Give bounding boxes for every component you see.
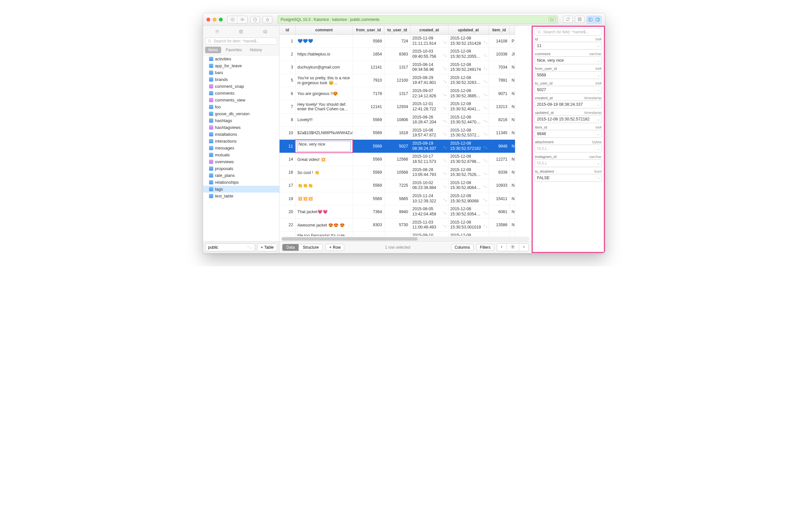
right-panel-toggle[interactable] — [594, 16, 601, 23]
table-row[interactable]: 17👏👏👏556972252015-10-0206:23:38.8842015-… — [279, 179, 515, 192]
cell[interactable]: 5569 — [353, 153, 384, 166]
cell[interactable]: 2015-12-0815:30:52.2055… — [448, 48, 489, 61]
column-header-comment[interactable]: comment — [295, 26, 353, 35]
table-row[interactable]: 10$2a$10$HZLN88PNuWWi4ZuS91Ib8dR98Ijt0kb… — [279, 126, 515, 139]
cell[interactable]: N — [510, 140, 515, 153]
table-row[interactable]: 7Hey lovely! You should def. enter the C… — [279, 100, 515, 113]
sidebar-tab-favorites[interactable]: Favorites — [222, 47, 245, 53]
toggle-visibility-button[interactable] — [237, 16, 247, 23]
cell[interactable]: 6081 — [489, 205, 510, 218]
inspector-search[interactable]: Search for field: ^name$... — [535, 28, 602, 36]
table-row[interactable]: 23Me too Fernanda! It's cute isn't it 😊😘… — [279, 231, 515, 236]
cell[interactable]: 2015-12-0815:30:52.90068 — [448, 192, 489, 205]
sidebar-item-activities[interactable]: activities — [203, 56, 279, 62]
cell[interactable]: 8383 — [384, 48, 410, 61]
cell[interactable]: 7178 — [353, 87, 384, 100]
field-value-input[interactable]: Nice, very nice⌄ — [535, 56, 602, 64]
sidebar-item-bars[interactable]: bars — [203, 69, 279, 76]
columns-button[interactable]: Columns — [451, 244, 474, 251]
prev-page-button[interactable]: ‹ — [497, 244, 507, 251]
cell[interactable]: 2015-09-1016:36:51.392 — [410, 231, 448, 236]
table-row[interactable]: 14Great video! 💥5569125662015-10-1716:52… — [279, 153, 515, 166]
cell[interactable]: 20 — [279, 205, 295, 218]
sidebar-item-proposals[interactable]: proposals — [203, 165, 279, 172]
history-button[interactable] — [250, 16, 260, 23]
field-value-input[interactable]: FALSE⌃⌄ — [535, 174, 602, 182]
connection-path-bar[interactable]: PostgreSQL 10.3 : Katonice : katonice : … — [278, 15, 558, 24]
cell[interactable]: 5730 — [384, 218, 410, 231]
cell[interactable]: P — [510, 35, 515, 48]
cell[interactable]: 7891 — [489, 74, 510, 87]
close-tab-button[interactable] — [228, 16, 237, 23]
sidebar-item-comments_view[interactable]: comments_view — [203, 97, 279, 103]
cell[interactable]: N — [510, 126, 515, 139]
reload-button[interactable] — [563, 16, 573, 23]
cell[interactable]: 2015-12-0112:41:28.722 — [410, 100, 448, 113]
cell[interactable]: 2015-08-2919:47:41.801 — [410, 74, 448, 87]
cell[interactable]: 2015-11-2410:12:39.322 — [410, 192, 448, 205]
cell[interactable]: 2015-08-0513:42:04.459 — [410, 205, 448, 218]
field-value-input[interactable]: 5569⌄ — [535, 71, 602, 79]
sidebar-item-overviews[interactable]: overviews — [203, 158, 279, 165]
horizontal-scrollbar[interactable] — [281, 236, 529, 241]
lock-button[interactable] — [262, 16, 272, 23]
cell[interactable]: 2015-12-0815:30:52.151428 — [448, 35, 489, 48]
sidebar-item-hashtagviews[interactable]: hashtagviews — [203, 124, 279, 131]
cell[interactable]: 23 — [279, 231, 295, 236]
cell[interactable]: 14 — [279, 153, 295, 166]
add-table-button[interactable]: + Table — [257, 244, 277, 251]
cell[interactable]: 1 — [279, 35, 295, 48]
cell-editing[interactable]: Nice, very nice — [295, 140, 353, 153]
cell[interactable]: 8339 — [489, 166, 510, 179]
cell[interactable]: 1654 — [353, 48, 384, 61]
table-row[interactable]: 22Awesome jacket 😍😍 😍830357302015-11-031… — [279, 218, 515, 231]
cell[interactable]: 13213 — [489, 100, 510, 113]
database-mode-icon[interactable] — [236, 28, 246, 36]
structure-tab[interactable]: Structure — [299, 244, 323, 251]
table-row[interactable]: 2https://tableplus.io165483832015-10-030… — [279, 48, 515, 61]
minimize-window-button[interactable] — [213, 18, 217, 21]
cell[interactable]: 7237 — [384, 231, 410, 236]
cell[interactable]: 9071 — [489, 87, 510, 100]
cell[interactable]: 2015-09-1908:38:24.337 — [410, 140, 448, 153]
sidebar-tab-history[interactable]: History — [246, 47, 265, 53]
cell[interactable]: Awesome jacket 😍😍 😍 — [295, 218, 353, 231]
cell[interactable]: N — [510, 231, 515, 236]
cell[interactable]: 12271 — [489, 153, 510, 166]
cell[interactable]: 12141 — [353, 61, 384, 74]
column-header-overflow[interactable] — [510, 26, 515, 35]
zoom-window-button[interactable] — [219, 18, 223, 21]
cell[interactable]: 5 — [279, 74, 295, 87]
cell[interactable]: 2015-12-0815:30:52.572182 — [448, 140, 489, 153]
cell[interactable]: 10338 — [489, 48, 510, 61]
cell[interactable]: 16 — [279, 166, 295, 179]
cell[interactable]: 8216 — [489, 113, 510, 126]
cell[interactable]: N — [510, 179, 515, 192]
cell[interactable]: 724 — [384, 35, 410, 48]
cell[interactable]: 2 — [279, 48, 295, 61]
sidebar-search[interactable]: Search for item: ^name$... — [205, 38, 277, 45]
cell[interactable]: 13586 — [489, 218, 510, 231]
cell[interactable]: 7364 — [353, 205, 384, 218]
cell[interactable]: N — [510, 100, 515, 113]
cell[interactable]: 6 — [279, 87, 295, 100]
field-value-input[interactable]: 5027⌄ — [535, 86, 602, 94]
cell[interactable]: 12566 — [384, 153, 410, 166]
settings-gear-button[interactable] — [507, 244, 519, 251]
cell[interactable]: 12934 — [384, 100, 410, 113]
cell[interactable]: Great video! 💥 — [295, 153, 353, 166]
sidebar-tab-items[interactable]: Items — [205, 47, 221, 53]
table-row[interactable]: 16So cool ! 👏5569105682015-08-2813:05:44… — [279, 166, 515, 179]
cell[interactable]: 2015-12-0815:30:52.249174 — [448, 61, 489, 74]
table-row[interactable]: 20That jacket💗💗736499402015-08-0513:42:0… — [279, 205, 515, 218]
cell[interactable]: 2015-12-0815:30:52.5372… — [448, 126, 489, 139]
cell[interactable]: 💥💥💥 — [295, 192, 353, 205]
sidebar-item-brands[interactable]: brands — [203, 76, 279, 83]
column-header-to_user_id[interactable]: to_user_id — [384, 26, 410, 35]
cell[interactable]: 9262 — [489, 231, 510, 236]
field-value-input[interactable]: 2015-09-19 08:38:24.337⌄ — [535, 100, 602, 108]
schema-select[interactable]: public ⌃⌄ — [205, 244, 255, 251]
cell[interactable]: 7034 — [489, 61, 510, 74]
cell[interactable]: 2015-10-0206:23:38.884 — [410, 179, 448, 192]
cell[interactable]: 5569 — [353, 140, 384, 153]
